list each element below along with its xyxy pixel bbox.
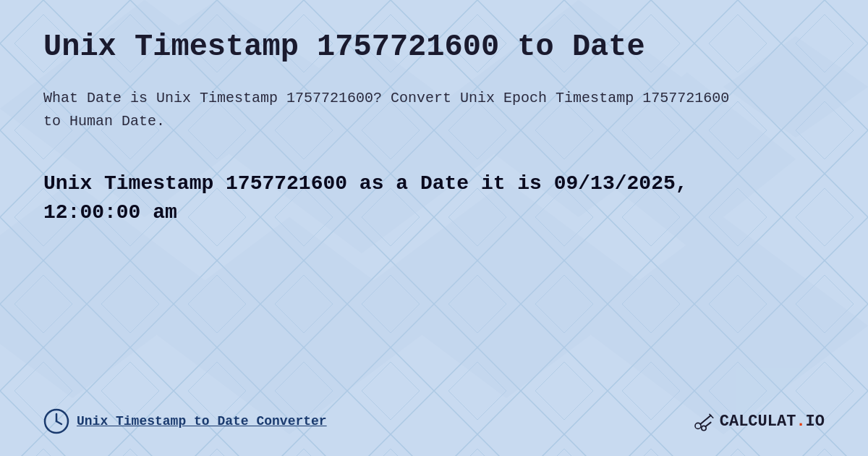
footer-link-text[interactable]: Unix Timestamp to Date Converter	[77, 414, 327, 428]
clock-icon	[43, 408, 69, 434]
calculat-logo: CALCULAT.IO	[692, 410, 825, 433]
calculat-text: CALCULAT.IO	[720, 413, 825, 431]
footer: Unix Timestamp to Date Converter CALCULA…	[43, 408, 825, 434]
svg-line-15	[56, 421, 61, 424]
calculat-dot: .	[796, 413, 805, 431]
page-title: Unix Timestamp 1757721600 to Date	[43, 29, 825, 65]
footer-link-section[interactable]: Unix Timestamp to Date Converter	[43, 408, 327, 434]
result-text: Unix Timestamp 1757721600 as a Date it i…	[43, 169, 694, 226]
calculat-logo-icon	[692, 410, 715, 433]
result-section: Unix Timestamp 1757721600 as a Date it i…	[43, 169, 825, 226]
page-description: What Date is Unix Timestamp 1757721600? …	[43, 87, 731, 133]
svg-line-19	[705, 423, 710, 427]
